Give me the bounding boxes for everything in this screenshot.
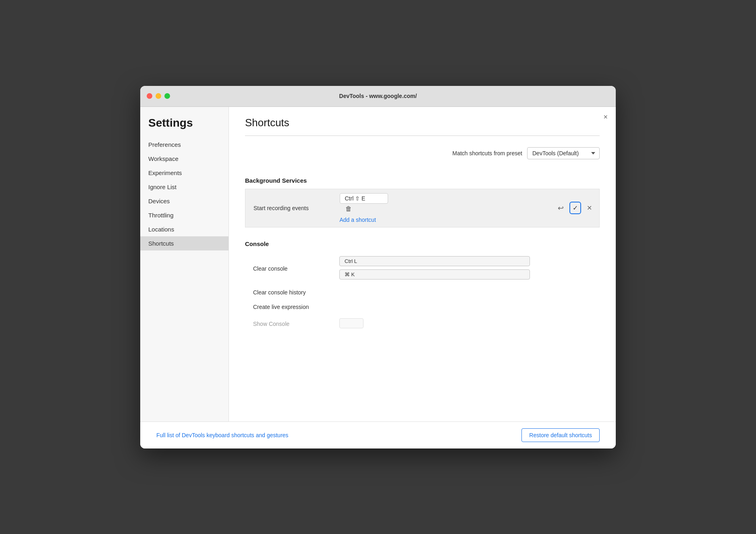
shortcut-kbd-row: Ctrl ⇧ E 🗑 <box>340 193 545 214</box>
kbd-cmd-k: ⌘ K <box>339 269 530 280</box>
cancel-shortcut-button[interactable]: ✕ <box>585 202 594 213</box>
clear-console-row: Clear console Ctrl L ⌘ K <box>245 252 600 285</box>
checkmark-icon: ✓ <box>573 204 578 212</box>
sidebar-title: Settings <box>140 117 228 138</box>
confirm-shortcut-button[interactable]: ✓ <box>569 202 581 214</box>
titlebar: DevTools - www.google.com/ <box>140 86 616 107</box>
create-live-expression-actions <box>536 300 600 314</box>
title-divider <box>245 136 600 136</box>
sidebar-item-workspace[interactable]: Workspace <box>140 152 228 166</box>
main-content: × Shortcuts Match shortcuts from preset … <box>229 107 616 421</box>
shortcut-kbd-ctrl-shift-e: Ctrl ⇧ E <box>340 193 388 204</box>
create-live-expression-keys <box>334 300 536 314</box>
background-services-table: Start recording events Ctrl ⇧ E 🗑 <box>245 189 600 227</box>
clear-console-history-actions <box>536 285 600 300</box>
console-heading: Console <box>245 236 600 252</box>
start-recording-row: Start recording events Ctrl ⇧ E 🗑 <box>245 189 600 227</box>
shortcut-action-icons: ↩ ✓ ✕ <box>556 202 594 214</box>
create-live-expression-row: Create live expression <box>245 300 600 314</box>
delete-shortcut-button[interactable]: 🗑 <box>344 204 353 214</box>
preset-row: Match shortcuts from preset DevTools (De… <box>245 147 600 159</box>
sidebar-item-ignore-list[interactable]: Ignore List <box>140 180 228 194</box>
sidebar-item-locations[interactable]: Locations <box>140 222 228 236</box>
clear-console-actions <box>536 252 600 285</box>
clear-console-action: Clear console <box>245 252 334 285</box>
preset-select[interactable]: DevTools (Default) Visual Studio Code <box>527 147 600 159</box>
create-live-expression-action: Create live expression <box>245 300 334 314</box>
sidebar-item-throttling[interactable]: Throttling <box>140 208 228 222</box>
full-list-link[interactable]: Full list of DevTools keyboard shortcuts… <box>156 432 289 438</box>
footer: Full list of DevTools keyboard shortcuts… <box>140 421 616 448</box>
start-recording-keys-cell: Ctrl ⇧ E 🗑 Add a shortcut <box>334 189 551 227</box>
sidebar: Settings Preferences Workspace Experimen… <box>140 107 229 421</box>
console-section: Console Clear console Ctrl L ⌘ K <box>245 236 600 334</box>
clear-console-keys: Ctrl L ⌘ K <box>334 252 536 285</box>
settings-close-button[interactable]: × <box>603 113 608 121</box>
sidebar-item-preferences[interactable]: Preferences <box>140 138 228 152</box>
background-services-heading: Background Services <box>245 172 600 189</box>
start-recording-action: Start recording events <box>245 189 334 227</box>
close-traffic-light[interactable] <box>147 93 152 99</box>
traffic-lights <box>147 93 170 99</box>
restore-defaults-button[interactable]: Restore default shortcuts <box>521 428 600 442</box>
add-shortcut-link[interactable]: Add a shortcut <box>340 217 376 223</box>
sidebar-item-experiments[interactable]: Experiments <box>140 166 228 180</box>
clear-console-history-row: Clear console history <box>245 285 600 300</box>
window-content: Settings Preferences Workspace Experimen… <box>140 107 616 421</box>
preset-label: Match shortcuts from preset <box>452 150 522 156</box>
kbd-show-console <box>339 318 363 328</box>
clear-console-history-keys <box>334 285 536 300</box>
undo-shortcut-button[interactable]: ↩ <box>556 202 565 214</box>
background-services-section: Background Services Start recording even… <box>245 172 600 227</box>
show-console-actions <box>536 314 600 334</box>
console-table: Clear console Ctrl L ⌘ K <box>245 252 600 334</box>
devtools-window: DevTools - www.google.com/ Settings Pref… <box>140 86 616 448</box>
show-console-action: Show Console <box>245 314 334 334</box>
show-console-row: Show Console <box>245 314 600 334</box>
trash-icon: 🗑 <box>345 205 352 213</box>
close-icon: ✕ <box>587 204 592 212</box>
kbd-ctrl-l: Ctrl L <box>339 256 530 266</box>
window-title: DevTools - www.google.com/ <box>339 93 417 99</box>
sidebar-item-devices[interactable]: Devices <box>140 194 228 208</box>
kbd-list-clear-console: Ctrl L ⌘ K <box>339 256 530 281</box>
page-title: Shortcuts <box>245 117 600 129</box>
maximize-traffic-light[interactable] <box>164 93 170 99</box>
clear-console-history-action: Clear console history <box>245 285 334 300</box>
undo-icon: ↩ <box>558 204 564 213</box>
sidebar-item-shortcuts[interactable]: Shortcuts <box>140 236 228 250</box>
show-console-keys <box>334 314 536 334</box>
minimize-traffic-light[interactable] <box>156 93 161 99</box>
shortcut-action-buttons-cell: ↩ ✓ ✕ <box>550 189 600 227</box>
